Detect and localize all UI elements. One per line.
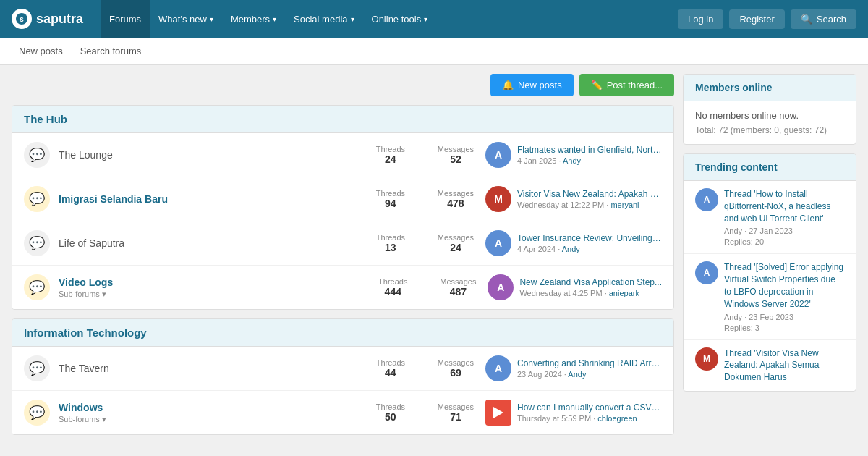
sub-nav-new-posts[interactable]: New posts: [12, 38, 70, 65]
latest-meta-tavern: 23 Aug 2024 · Andy: [517, 370, 662, 379]
section-information-technology: Information Technology 💬 The Tavern Thre…: [12, 318, 674, 435]
latest-user-video-logs[interactable]: aniepark: [609, 289, 639, 297]
latest-info-the-lounge: Flatmates wanted in Glenfield, North... …: [517, 145, 662, 165]
latest-user-life[interactable]: Andy: [562, 245, 580, 253]
messages-stat-life: Messages 24: [438, 233, 474, 253]
nav-forums[interactable]: Forums: [101, 0, 150, 38]
new-posts-button[interactable]: 🔔 New posts: [490, 74, 574, 96]
forum-name-windows[interactable]: Windows: [59, 402, 373, 413]
latest-info-life: Tower Insurance Review: Unveiling ... 4 …: [517, 233, 662, 253]
latest-title-windows[interactable]: How can I manually convert a CSV fi...: [517, 402, 662, 413]
section-the-hub: The Hub 💬 The Lounge Threads 24 Messages…: [12, 105, 674, 310]
forum-stats-video-logs: Threads 444 Messages 487: [375, 277, 476, 297]
chevron-down-icon: ▾: [273, 15, 276, 23]
latest-title-imigrasi[interactable]: Visitor Visa New Zealand: Apakah S...: [517, 189, 662, 199]
forum-info-video-logs: Video Logs Sub-forums ▾: [59, 276, 375, 299]
latest-meta-windows: Thursday at 5:59 PM · chloegreen: [517, 414, 662, 423]
main-header: s saputra Forums What's new ▾ Members ▾ …: [0, 0, 868, 38]
latest-user-tavern[interactable]: Andy: [568, 370, 586, 379]
forum-name-life[interactable]: Life of Saputra: [59, 237, 373, 249]
forum-info-tavern: The Tavern: [59, 363, 373, 374]
messages-stat-the-lounge: Messages 52: [438, 145, 474, 165]
forum-name-the-lounge[interactable]: The Lounge: [59, 149, 373, 161]
latest-meta-video-logs: Wednesday at 4:25 PM · aniepark: [519, 289, 662, 297]
members-total: Total: 72 (members: 0, guests: 72): [695, 125, 844, 135]
sub-navigation: New posts Search forums: [0, 38, 868, 65]
latest-meta-imigrasi: Wednesday at 12:22 PM · meryani: [517, 200, 662, 209]
members-online-box: Members online No members online now. To…: [683, 74, 856, 145]
no-members-text: No members online now.: [695, 110, 844, 121]
content-area: 🔔 New posts ✏️ Post thread... The Hub 💬 …: [12, 74, 674, 444]
latest-title-tavern[interactable]: Converting and Shrinking RAID Arra...: [517, 358, 662, 368]
trending-content-box: Trending content A Thread 'How to Instal…: [683, 153, 856, 392]
main-wrapper: 🔔 New posts ✏️ Post thread... The Hub 💬 …: [0, 65, 868, 452]
messages-stat-windows: Messages 71: [438, 402, 474, 423]
avatar-tavern: A: [485, 355, 511, 381]
forum-icon-windows: 💬: [24, 400, 50, 426]
section-header-the-hub: The Hub: [12, 106, 673, 133]
trending-title-1[interactable]: Thread '[Solved] Error applying Virtual …: [724, 261, 844, 310]
forum-latest-windows: How can I manually convert a CSV fi... T…: [485, 400, 662, 426]
subforums-windows[interactable]: Sub-forums ▾: [59, 415, 373, 424]
forum-latest-imigrasi: M Visitor Visa New Zealand: Apakah S... …: [485, 186, 662, 212]
trending-replies-1: Replies: 3: [724, 324, 844, 332]
avatar-imigrasi: M: [485, 186, 511, 212]
forum-stats-the-lounge: Threads 24 Messages 52: [373, 145, 474, 165]
nav-whats-new[interactable]: What's new ▾: [150, 0, 222, 38]
threads-stat-tavern: Threads 44: [373, 358, 409, 379]
latest-info-tavern: Converting and Shrinking RAID Arra... 23…: [517, 358, 662, 379]
latest-info-imigrasi: Visitor Visa New Zealand: Apakah S... We…: [517, 189, 662, 209]
latest-title-the-lounge[interactable]: Flatmates wanted in Glenfield, North...: [517, 145, 662, 155]
chevron-down-icon: ▾: [424, 15, 427, 23]
latest-info-video-logs: New Zealand Visa Application Step... Wed…: [519, 277, 662, 297]
threads-stat-life: Threads 13: [373, 233, 409, 253]
nav-online-tools[interactable]: Online tools ▾: [363, 0, 437, 38]
search-icon: 🔍: [801, 14, 812, 25]
trending-content-2: Thread 'Visitor Visa New Zealand: Apakah…: [724, 347, 844, 384]
forum-name-video-logs[interactable]: Video Logs: [59, 276, 375, 288]
register-button[interactable]: Register: [729, 9, 784, 29]
forum-info-imigrasi: Imigrasi Selandia Baru: [59, 193, 373, 205]
trending-avatar-2: M: [695, 347, 718, 371]
trending-title-0[interactable]: Thread 'How to Install qBittorrent-NoX, …: [724, 188, 844, 224]
nav-members[interactable]: Members ▾: [222, 0, 285, 38]
search-button[interactable]: 🔍 Search: [791, 9, 856, 29]
sub-nav-search-forums[interactable]: Search forums: [73, 38, 149, 65]
trending-meta-0: Andy · 27 Jan 2023: [724, 227, 844, 235]
latest-title-life[interactable]: Tower Insurance Review: Unveiling ...: [517, 233, 662, 243]
trending-title-2[interactable]: Thread 'Visitor Visa New Zealand: Apakah…: [724, 347, 844, 384]
forum-stats-life: Threads 13 Messages 24: [373, 233, 474, 253]
avatar-windows: [485, 400, 511, 426]
chevron-down-icon: ▾: [351, 15, 354, 23]
messages-stat-imigrasi: Messages 478: [438, 189, 474, 209]
forum-icon-tavern: 💬: [24, 355, 50, 381]
forum-name-tavern[interactable]: The Tavern: [59, 363, 373, 374]
logo[interactable]: s saputra: [12, 9, 83, 29]
svg-text:s: s: [20, 15, 24, 23]
latest-user-imigrasi[interactable]: meryani: [610, 200, 639, 209]
forum-row-windows: 💬 Windows Sub-forums ▾ Threads 50 Messag…: [12, 391, 673, 434]
trending-meta-1: Andy · 23 Feb 2023: [724, 313, 844, 321]
trending-item-0: A Thread 'How to Install qBittorrent-NoX…: [684, 181, 856, 254]
post-thread-button[interactable]: ✏️ Post thread...: [579, 74, 674, 96]
nav-social-media[interactable]: Social media ▾: [285, 0, 362, 38]
forum-info-the-lounge: The Lounge: [59, 149, 373, 161]
forum-row-life-of-saputra: 💬 Life of Saputra Threads 13 Messages 24…: [12, 221, 673, 266]
latest-user-windows[interactable]: chloegreen: [597, 414, 637, 423]
threads-stat-windows: Threads 50: [373, 402, 409, 423]
latest-title-video-logs[interactable]: New Zealand Visa Application Step...: [519, 277, 662, 287]
latest-user-the-lounge[interactable]: Andy: [563, 156, 581, 165]
latest-meta-life: 4 Apr 2024 · Andy: [517, 245, 662, 253]
forum-stats-tavern: Threads 44 Messages 69: [373, 358, 474, 379]
forum-row-video-logs: 💬 Video Logs Sub-forums ▾ Threads 444 Me…: [12, 266, 673, 309]
trending-replies-0: Replies: 20: [724, 237, 844, 246]
forum-latest-life: A Tower Insurance Review: Unveiling ... …: [485, 230, 662, 256]
messages-stat-tavern: Messages 69: [438, 358, 474, 379]
logo-icon: s: [12, 9, 32, 29]
forum-name-imigrasi[interactable]: Imigrasi Selandia Baru: [59, 193, 373, 205]
forum-icon-imigrasi: 💬: [24, 186, 50, 212]
section-header-it: Information Technology: [12, 319, 673, 347]
subforums-video-logs[interactable]: Sub-forums ▾: [59, 290, 375, 299]
trending-avatar-1: A: [695, 261, 718, 284]
login-button[interactable]: Log in: [678, 9, 723, 29]
